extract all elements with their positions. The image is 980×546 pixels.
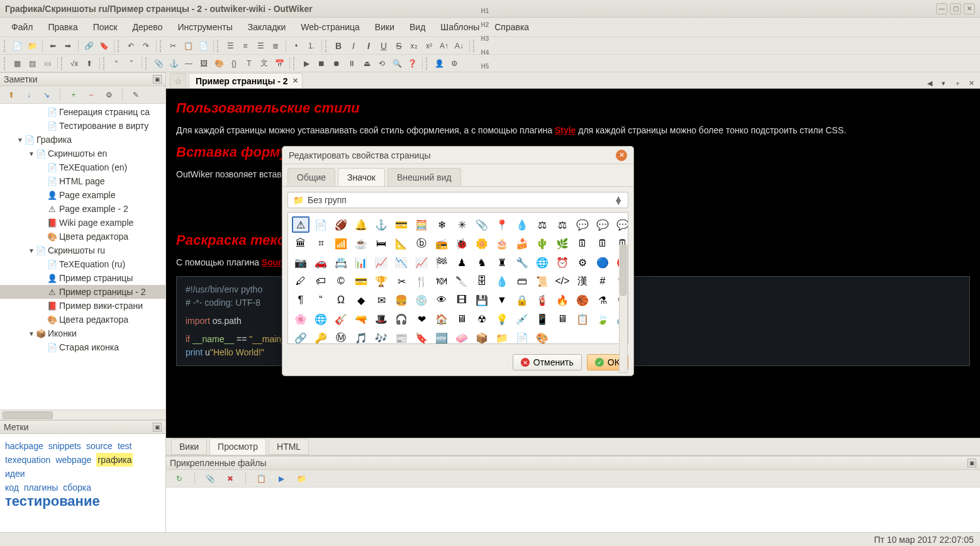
icon-choice[interactable]: 💾 (473, 292, 491, 308)
icon-choice[interactable]: 🏀 (574, 292, 591, 308)
italic-icon[interactable]: I (347, 39, 360, 53)
tree-item[interactable]: ▼📄Графика (0, 133, 165, 147)
attachments-close-icon[interactable]: ▣ (967, 459, 976, 467)
record-icon[interactable]: ⏺ (330, 57, 343, 70)
icon-choice[interactable]: 🖥 (453, 311, 471, 327)
icon-choice[interactable]: 📋 (574, 311, 591, 327)
attach-folder-icon[interactable]: 📁 (294, 472, 308, 486)
icon-choice[interactable]: 🎶 (372, 330, 390, 344)
date-icon[interactable]: 📅 (272, 57, 286, 70)
icon-choice[interactable]: ⚖ (554, 216, 571, 233)
align-right-icon[interactable]: ☰ (253, 39, 267, 53)
heading-h5-icon[interactable]: H5 (479, 60, 491, 74)
tree-prop-icon[interactable]: ⚙ (103, 89, 115, 101)
icon-choice[interactable]: 📄 (513, 330, 531, 344)
redo-icon[interactable]: ↷ (139, 39, 153, 53)
icon-group-select[interactable]: 📁 Без групп ▲▼ (287, 192, 628, 208)
icon-choice[interactable]: ⓑ (413, 235, 430, 252)
icon-choice[interactable]: 📍 (493, 216, 511, 233)
run-icon[interactable]: ▶ (299, 57, 313, 70)
menu-Справка[interactable]: Справка (488, 20, 535, 35)
underline-icon[interactable]: U (377, 39, 391, 53)
icon-choice[interactable]: 🗓 (574, 235, 591, 252)
icon-choice[interactable]: 🎸 (332, 311, 350, 327)
formula-icon[interactable]: √x (67, 57, 81, 70)
favorite-tab-icon[interactable]: ☆ (170, 73, 186, 88)
dialog-tab-1[interactable]: Значок (338, 168, 385, 186)
lang-icon[interactable]: 文 (257, 57, 271, 70)
tree-item[interactable]: 👤Page example (0, 188, 165, 202)
tree-item[interactable]: 📕Wiki page example (0, 216, 165, 230)
icon-choice[interactable]: 📦 (473, 330, 491, 344)
icon-choice[interactable]: 🔗 (292, 330, 309, 344)
tree-item[interactable]: 📄Старая иконка (0, 340, 165, 354)
icon-choice[interactable]: 🌵 (533, 235, 551, 252)
attach-run-icon[interactable]: ▶ (274, 472, 288, 486)
icon-choice[interactable]: ✂ (393, 273, 410, 289)
tag-webpage[interactable]: webpage (55, 453, 91, 467)
icon-choice[interactable]: ⚠ (292, 216, 309, 233)
icon-choice[interactable]: ⚙ (574, 254, 591, 270)
list-ol-icon[interactable]: 1. (304, 39, 318, 53)
icon-choice[interactable]: 🍽 (433, 273, 450, 289)
tag-test[interactable]: test (118, 439, 132, 453)
bookmark-icon[interactable]: 🔖 (97, 39, 111, 53)
window-minimize-button[interactable]: — (936, 3, 947, 14)
view-tab-Просмотр[interactable]: Просмотр (209, 438, 266, 455)
icon-choice[interactable]: 🌼 (473, 235, 491, 252)
tree-item[interactable]: 👤Пример страницы (0, 271, 165, 285)
tree-item[interactable]: 📄Генерация страниц са (0, 105, 165, 119)
menu-Шаблоны[interactable]: Шаблоны (434, 20, 486, 35)
icon-choice[interactable]: ✳ (453, 216, 471, 233)
heading-h4-icon[interactable]: H4 (479, 46, 491, 60)
icon-choice[interactable]: 🍰 (513, 235, 531, 252)
tree-item[interactable]: ▼📄Скриншоты ru (0, 243, 165, 257)
icon-choice[interactable]: 🏈 (332, 216, 350, 233)
menu-Вид[interactable]: Вид (403, 20, 432, 35)
sub-icon[interactable]: x₂ (407, 39, 421, 53)
icon-choice[interactable]: 🆕 (433, 330, 450, 344)
icon-choice[interactable]: ▼ (493, 292, 511, 308)
forward-icon[interactable]: ➡ (61, 39, 75, 53)
tree-item[interactable]: 📄TeXEquation (en) (0, 160, 165, 174)
tab-add-icon[interactable]: ＋ (952, 78, 962, 88)
icon-choice[interactable]: Ⓜ (332, 330, 350, 344)
icon-choice[interactable]: 📰 (393, 330, 410, 344)
icon-choice[interactable]: 📇 (332, 254, 350, 270)
pause-icon[interactable]: ⏸ (345, 57, 359, 70)
tree-hscroll[interactable] (0, 410, 165, 420)
icon-choice[interactable]: 📱 (533, 311, 551, 327)
tree-item[interactable]: 🎨Цвета редактора (0, 230, 165, 243)
icon-choice[interactable]: 💬 (614, 216, 628, 233)
icon-choice[interactable]: 📄 (312, 216, 330, 233)
icon-choice[interactable]: ♞ (473, 254, 491, 270)
icon-choice[interactable]: ☕ (352, 235, 370, 252)
icon-choice[interactable]: 📊 (352, 254, 370, 270)
tree-item[interactable]: 📄TeXEquation (ru) (0, 257, 165, 271)
icon-choice[interactable]: 📁 (493, 330, 511, 344)
icon-choice[interactable]: 🖥 (554, 311, 571, 327)
open-icon[interactable]: 📁 (25, 39, 39, 53)
view-tab-Вики[interactable]: Вики (171, 438, 207, 455)
icon-choice[interactable]: ⚖ (533, 216, 551, 233)
icon-choice[interactable]: ☢ (473, 311, 491, 327)
icon-choice[interactable]: 🧮 (413, 216, 430, 233)
icon-choice[interactable]: 🍔 (393, 292, 410, 308)
user-icon[interactable]: 👤 (432, 57, 446, 70)
view-tab-HTML[interactable]: HTML (269, 438, 309, 455)
settings-icon[interactable]: ⚙ (447, 57, 461, 70)
icon-choice[interactable]: Ω (332, 292, 350, 308)
icon-choice[interactable]: 🔒 (513, 292, 531, 308)
font-big-icon[interactable]: A↑ (437, 39, 451, 53)
tree-item[interactable]: ▼📦Иконки (0, 326, 165, 340)
icon-choice[interactable]: 💧 (513, 216, 531, 233)
icon-choice[interactable]: 📷 (292, 254, 309, 270)
tag-код[interactable]: код (5, 481, 19, 494)
icon-choice[interactable]: 📐 (393, 235, 410, 252)
tree-item[interactable]: 🎨Цвета редактора (0, 313, 165, 326)
tags-panel-close-icon[interactable]: ▣ (153, 423, 162, 432)
menu-Инструменты[interactable]: Инструменты (171, 20, 238, 35)
link-icon[interactable]: 🔗 (82, 39, 96, 53)
icon-choice[interactable]: # (594, 273, 611, 289)
icon-choice[interactable]: 🎵 (352, 330, 370, 344)
